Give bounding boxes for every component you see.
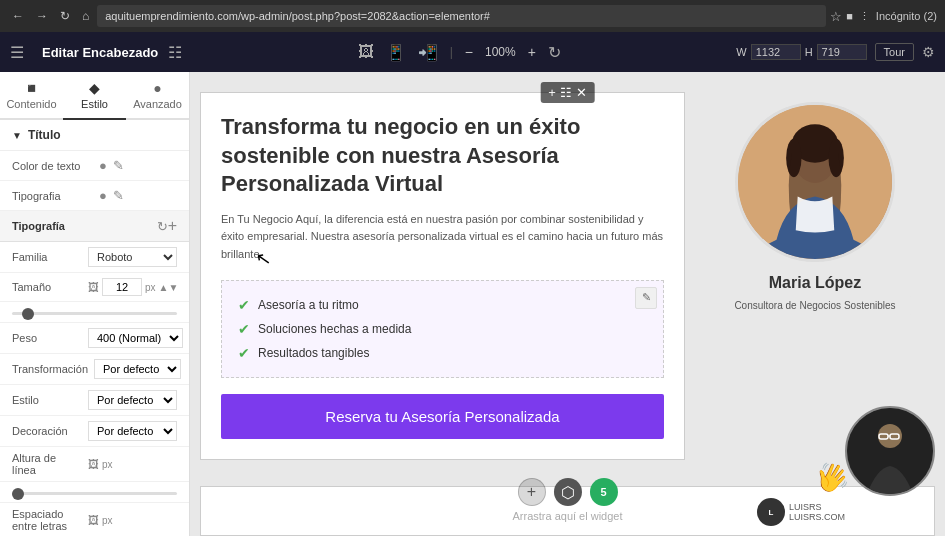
height-input[interactable] [817,44,867,60]
panel-title: Editar Encabezado [42,45,158,60]
peso-select[interactable]: 400 (Normal) [88,328,183,348]
drag-label: Arrastra aquí el widget [512,510,622,522]
tab-contenido[interactable]: ◾ Contenido [0,72,63,118]
zoom-out-btn[interactable]: − [465,44,473,60]
refresh-btn[interactable]: ↻ [56,7,74,25]
profile-svg [738,102,892,262]
decoracion-select[interactable]: Por defecto [88,421,177,441]
mobile-icon[interactable]: 📲 [418,43,438,62]
bottom-shape-btn[interactable]: ⬡ [554,478,582,506]
familia-select[interactable]: Roboto [88,247,177,267]
altura-control: 🖼 px [88,458,177,470]
tablet-icon[interactable]: 📱 [386,43,406,62]
feature-label-1: Asesoría a tu ritmo [258,298,359,312]
tab-estilo-label: Estilo [81,98,108,110]
altura-slider[interactable] [12,492,177,495]
color-global-btn[interactable]: ● [98,157,108,174]
titulo-label: Título [28,128,61,142]
tab-avanzado[interactable]: ● Avanzado [126,72,189,118]
video-circle [845,406,935,496]
typo-edit-btn[interactable]: ✎ [112,187,125,204]
cta-button[interactable]: Reserva tu Asesoría Personalizada [221,394,664,439]
tab-estilo[interactable]: ◆ Estilo [63,72,126,120]
peso-row: Peso 400 (Normal) [0,323,189,354]
tab-avanzado-label: Avanzado [133,98,182,110]
peso-control: 400 (Normal) [88,328,183,348]
altura-unit: px [102,459,113,470]
menu-icon: ⋮ [859,10,870,23]
tamano-slider-container [0,302,189,323]
feature-item-1: ✔ Asesoría a tu ritmo [238,293,647,317]
transformacion-control: Por defecto [94,359,181,379]
width-input[interactable] [751,44,801,60]
tamano-slider[interactable] [12,312,177,315]
hero-title: Transforma tu negocio en un éxito sosten… [221,113,664,199]
undo-icon[interactable]: ↻ [548,43,561,62]
canvas-add-btn[interactable]: + [548,85,556,100]
estilo-icon: ◆ [89,80,100,96]
decoracion-control: Por defecto [88,421,177,441]
espaciado-unit: px [102,515,113,526]
address-bar[interactable] [97,5,826,27]
canvas-grid-btn[interactable]: ☷ [560,85,572,100]
profile-card: Maria López Consultora de Negocios Soste… [695,92,935,325]
video-person-svg [847,408,933,494]
tipografia-label: Tipografia [12,190,92,202]
grid-icon[interactable]: ☷ [168,43,182,62]
watermark-text: LUISRSLUISRS.COM [789,502,845,522]
color-edit-btn[interactable]: ✎ [112,157,125,174]
typography-label: Tipografía [12,220,65,232]
tamano-row: Tamaño 🖼 px ▲▼ [0,273,189,302]
familia-label: Familia [12,251,82,263]
features-edit-btn[interactable]: ✎ [635,287,657,309]
transformacion-select[interactable]: Por defecto [94,359,181,379]
hamburger-icon[interactable]: ☰ [10,43,24,62]
typography-add-btn[interactable]: + [168,217,177,235]
tour-button[interactable]: Tour [875,43,914,61]
browser-controls: ■ ⋮ Incógnito (2) [846,10,937,23]
desktop-icon[interactable]: 🖼 [358,43,374,61]
bookmark-icon: ☆ [830,9,842,24]
incognito-label: Incógnito (2) [876,10,937,22]
typo-global-btn[interactable]: ● [98,187,108,204]
tamano-control: 🖼 px ▲▼ [88,278,178,296]
estilo-select[interactable]: Por defecto [88,390,177,410]
transformacion-label: Transformación [12,363,88,375]
altura-row: Altura de línea 🖼 px [0,447,189,482]
dimensions-display: W H [736,44,866,60]
check-icon-3: ✔ [238,345,250,361]
zoom-in-btn[interactable]: + [528,44,536,60]
typography-refresh-btn[interactable]: ↻ [157,219,168,234]
tamano-stepper[interactable]: ▲▼ [159,282,179,293]
estilo-label: Estilo [12,394,82,406]
content-wrapper: Transforma tu negocio en un éxito sosten… [190,72,945,486]
peso-label: Peso [12,332,82,344]
espaciado-row: Espaciado entre letras 🖼 px [0,503,189,536]
tamano-unit: px [145,282,156,293]
feature-item-3: ✔ Resultados tangibles [238,341,647,365]
settings-icon[interactable]: ⚙ [922,44,935,60]
espaciado-device-icon: 🖼 [88,514,99,526]
espaciado-label: Espaciado entre letras [12,508,82,532]
tipografia-row: Tipografia ● ✎ [0,181,189,211]
canvas-toolbar: + ☷ ✕ [540,82,595,103]
check-icon-2: ✔ [238,321,250,337]
bottom-add-btn[interactable]: + [518,478,546,506]
tamano-input[interactable] [102,278,142,296]
forward-btn[interactable]: → [32,7,52,25]
separator: | [450,45,453,59]
profile-image [735,102,895,262]
color-texto-row: Color de texto ● ✎ [0,151,189,181]
feature-item-2: ✔ Soluciones hechas a medida [238,317,647,341]
home-btn[interactable]: ⌂ [78,7,93,25]
hero-description: En Tu Negocio Aquí, la diferencia está e… [221,211,664,264]
bottom-number-btn[interactable]: 5 [590,478,618,506]
watermark: L LUISRSLUISRS.COM [757,498,845,526]
canvas-close-btn[interactable]: ✕ [576,85,587,100]
back-btn[interactable]: ← [8,7,28,25]
profile-title: Consultora de Negocios Sostenibles [718,296,911,315]
profile-name: Maria López [769,274,861,292]
elementor-toolbar: ☰ Editar Encabezado ☷ 🖼 📱 📲 | − 100% + ↻… [0,32,945,72]
browser-top-bar: ← → ↻ ⌂ ☆ ■ ⋮ Incógnito (2) [0,0,945,32]
titulo-section[interactable]: ▼ Título [0,120,189,151]
